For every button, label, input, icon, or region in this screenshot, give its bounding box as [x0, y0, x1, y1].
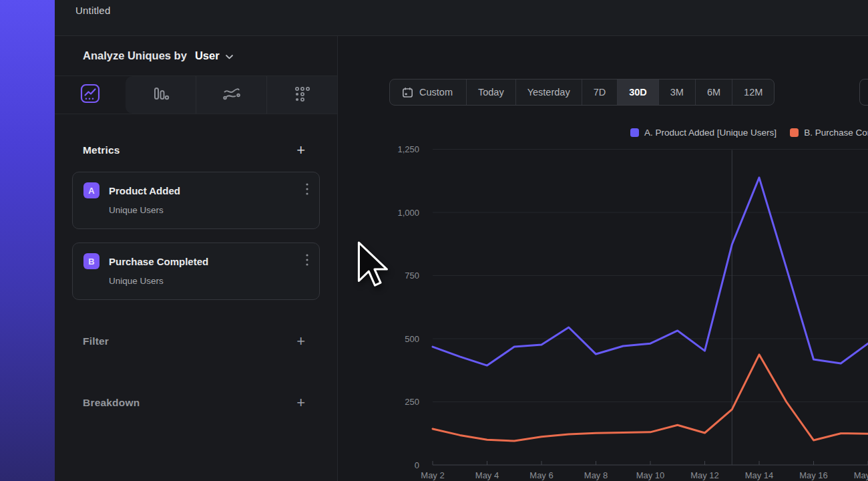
series-line-product-added — [433, 178, 868, 365]
bar-chart-icon — [152, 85, 170, 106]
add-metric-button[interactable]: + — [296, 144, 305, 157]
dots-grid-icon — [293, 85, 311, 106]
flow-icon — [222, 86, 241, 104]
x-axis-label: May 2 — [421, 470, 444, 480]
query-builder-sidebar: Analyze Uniques by User — [55, 36, 338, 481]
x-axis-label: May 12 — [690, 470, 719, 480]
metric-name: Product Added — [109, 185, 180, 196]
x-axis-label: May 6 — [529, 470, 553, 480]
analyze-label: Analyze Uniques by — [83, 49, 187, 62]
x-axis-label: May 14 — [745, 470, 774, 480]
analyze-by-dropdown[interactable]: User — [195, 49, 233, 62]
app-header: Untitled — [55, 0, 868, 36]
analyze-by-value: User — [195, 49, 220, 62]
tab-retention-grid[interactable] — [267, 76, 337, 114]
chart-panel: CustomTodayYesterday7D30D3M6M12M Compare… — [338, 36, 868, 481]
desktop-background-strip — [0, 0, 55, 481]
metric-measurement[interactable]: Unique Users — [109, 205, 308, 215]
metric-badge-b: B — [83, 253, 99, 269]
y-axis-label: 500 — [405, 334, 419, 344]
breakdown-section-header: Breakdown + — [55, 392, 337, 414]
filter-section-header: Filter + — [55, 331, 337, 352]
inactive-tab-group — [126, 76, 337, 114]
chart-type-tabs — [55, 76, 337, 114]
breakdown-title: Breakdown — [83, 397, 140, 409]
x-axis-label: May 18 — [854, 470, 868, 480]
line-chart: 02505007501,0001,250May 2May 4May 6May 8… — [338, 36, 868, 481]
x-axis-label: May 8 — [584, 470, 608, 480]
report-title[interactable]: Untitled — [75, 5, 110, 16]
metrics-section-header: Metrics + — [55, 140, 337, 161]
metric-name: Purchase Completed — [109, 256, 208, 267]
metric-card-b[interactable]: B Purchase Completed Unique Users — [72, 243, 320, 300]
metric-badge-a: A — [83, 182, 99, 198]
chevron-down-icon — [226, 49, 233, 62]
add-breakdown-button[interactable]: + — [296, 396, 305, 410]
tab-bar-chart[interactable] — [126, 76, 196, 114]
tab-flow[interactable] — [196, 76, 267, 114]
kebab-menu-icon[interactable] — [306, 183, 308, 198]
analyze-row: Analyze Uniques by User — [55, 36, 337, 76]
app-window: Untitled Analyze Uniques by User — [55, 0, 868, 481]
metrics-title: Metrics — [83, 144, 120, 156]
metric-card-a[interactable]: A Product Added Unique Users — [72, 172, 320, 229]
content: Analyze Uniques by User — [55, 36, 868, 481]
add-filter-button[interactable]: + — [296, 335, 305, 348]
filter-title: Filter — [83, 335, 109, 347]
y-axis-label: 1,000 — [397, 208, 419, 218]
metric-row: A Product Added — [83, 182, 308, 198]
y-axis-label: 750 — [405, 271, 419, 281]
line-chart-icon — [80, 84, 100, 106]
y-axis-label: 0 — [415, 460, 419, 470]
x-axis-label: May 4 — [475, 470, 499, 480]
kebab-menu-icon[interactable] — [306, 254, 308, 269]
y-axis-label: 1,250 — [397, 144, 419, 154]
x-axis-label: May 16 — [799, 470, 828, 480]
tab-line-insights[interactable] — [55, 76, 126, 114]
x-axis-label: May 10 — [636, 470, 665, 480]
metric-measurement[interactable]: Unique Users — [109, 276, 308, 286]
series-line-purchase-completed — [433, 355, 868, 441]
metric-row: B Purchase Completed — [83, 253, 308, 269]
y-axis-label: 250 — [405, 397, 419, 407]
